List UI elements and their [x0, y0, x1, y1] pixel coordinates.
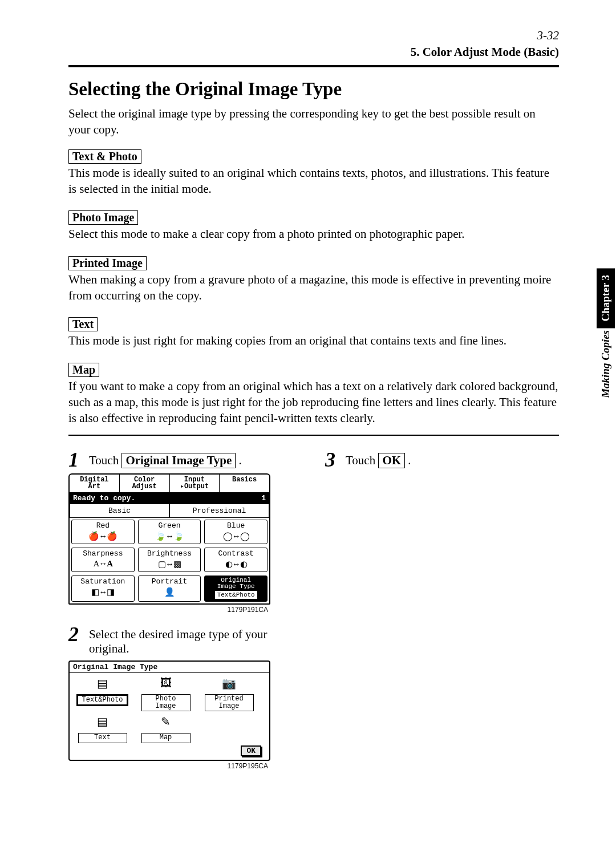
cell-green[interactable]: Green 🍃↔🍃 — [138, 520, 201, 544]
side-tab: Chapter 3 Making Copies — [595, 268, 616, 406]
step-3-text: Touch OK . — [346, 449, 411, 468]
text-photo-icon: ▤ — [75, 676, 129, 692]
mode-label-printed-image: Printed Image — [68, 256, 147, 270]
opt-text-and-photo[interactable]: ▤ Text&Photo — [75, 676, 129, 711]
cell-blue-label: Blue — [205, 521, 267, 530]
intro-text: Select the original image type by pressi… — [68, 106, 559, 138]
cell-original-image-type-value: Text&Photo — [215, 591, 257, 599]
panel2-title: Original Image Type — [70, 662, 269, 673]
cell-original-image-type[interactable]: Original Image Type Text&Photo — [204, 576, 268, 602]
step-number-2: 2 — [68, 624, 83, 645]
mode-label-text: Text — [68, 317, 98, 331]
cell-portrait[interactable]: Portrait 👤 — [138, 576, 201, 602]
opt-photo-image[interactable]: 🖼 Photo Image — [139, 676, 193, 711]
cell-contrast[interactable]: Contrast ◐↔◐ — [204, 548, 268, 572]
cell-contrast-label: Contrast — [205, 549, 267, 558]
contrast-icon: ◐↔◐ — [205, 559, 267, 569]
opt-text-and-photo-label: Text&Photo — [76, 694, 128, 706]
step-1-prefix: Touch — [89, 453, 121, 467]
ok-key[interactable]: OK — [378, 453, 405, 468]
cell-brightness-label: Brightness — [139, 549, 201, 558]
opt-text-label: Text — [78, 733, 127, 743]
step-1-text: Touch Original Image Type . — [89, 449, 242, 468]
original-image-type-key[interactable]: Original Image Type — [121, 453, 236, 468]
blue-icon: ◯↔◯ — [205, 531, 267, 541]
cell-saturation[interactable]: Saturation ◧↔◨ — [71, 576, 135, 602]
subtab-basic[interactable]: Basic — [70, 504, 169, 518]
opt-photo-image-label: Photo Image — [141, 694, 191, 711]
subtab-professional[interactable]: Professional — [169, 504, 269, 518]
step-3-suffix: . — [408, 453, 411, 467]
cell-saturation-label: Saturation — [72, 577, 134, 586]
status-text: Ready to copy. — [73, 494, 135, 502]
tab-digital-art[interactable]: Digital Art — [70, 475, 120, 492]
mode-desc-photo-image: Select this mode to make a clear copy fr… — [68, 226, 559, 242]
opt-text[interactable]: ▤ Text — [75, 715, 129, 743]
cell-red[interactable]: Red 🍎↔🍎 — [71, 520, 135, 544]
red-icon: 🍎↔🍎 — [72, 531, 134, 541]
section-header: 5. Color Adjust Mode (Basic) — [68, 45, 559, 59]
cell-original-image-type-label: Original Image Type — [205, 577, 267, 590]
making-copies-tab: Making Copies — [596, 330, 615, 404]
sharpness-icon: A↔A — [72, 559, 134, 569]
opt-printed-image[interactable]: 📷 Printed Image — [202, 676, 256, 711]
tab-color-adjust[interactable]: Color Adjust — [120, 475, 170, 492]
green-icon: 🍃↔🍃 — [139, 531, 201, 541]
cell-brightness[interactable]: Brightness ▢↔▩ — [138, 548, 201, 572]
photo-image-icon: 🖼 — [139, 676, 193, 692]
opt-map[interactable]: ✎ Map — [139, 715, 193, 743]
image-code-1: 1179P191CA — [68, 606, 268, 614]
step-number-3: 3 — [325, 449, 340, 470]
image-code-2: 1179P195CA — [68, 762, 268, 770]
mode-label-photo-image: Photo Image — [68, 210, 138, 225]
cell-portrait-label: Portrait — [139, 577, 201, 586]
step-number-1: 1 — [68, 449, 83, 470]
brightness-icon: ▢↔▩ — [139, 559, 201, 569]
original-image-type-panel: Original Image Type ▤ Text&Photo 🖼 Photo… — [68, 660, 270, 761]
page-number: 3-32 — [68, 29, 559, 43]
saturation-icon: ◧↔◨ — [72, 587, 134, 597]
portrait-icon: 👤 — [139, 587, 201, 597]
opt-map-label: Map — [141, 733, 191, 743]
chapter-tab: Chapter 3 — [597, 268, 615, 328]
divider — [68, 65, 559, 67]
page-title: Selecting the Original Image Type — [68, 79, 559, 100]
cell-sharpness-label: Sharpness — [72, 549, 134, 558]
mode-desc-text-photo: This mode is ideally suited to an origin… — [68, 165, 559, 197]
color-adjust-panel: Digital Art Color Adjust Input ▸Output B… — [68, 473, 270, 605]
mode-label-text-photo: Text & Photo — [68, 149, 141, 164]
mode-desc-printed-image: When making a copy from a gravure photo … — [68, 271, 559, 304]
ok-button[interactable]: OK — [241, 745, 261, 756]
opt-printed-image-label: Printed Image — [205, 694, 254, 711]
tab-input-output[interactable]: Input ▸Output — [170, 475, 220, 492]
mode-label-map: Map — [68, 363, 99, 377]
cell-blue[interactable]: Blue ◯↔◯ — [204, 520, 268, 544]
step-2-text: Select the desired image type of your or… — [89, 624, 302, 656]
divider — [68, 435, 559, 436]
cell-red-label: Red — [72, 521, 134, 530]
tab-basics[interactable]: Basics — [220, 475, 269, 492]
cell-green-label: Green — [139, 521, 201, 530]
printed-image-icon: 📷 — [202, 676, 256, 692]
text-icon: ▤ — [75, 715, 129, 731]
cell-sharpness[interactable]: Sharpness A↔A — [71, 548, 135, 572]
step-3-prefix: Touch — [346, 453, 378, 467]
map-icon: ✎ — [139, 715, 193, 731]
step-1-suffix: . — [239, 453, 242, 467]
mode-desc-text: This mode is just right for making copie… — [68, 333, 559, 348]
copy-count: 1 — [261, 494, 266, 502]
mode-desc-map: If you want to make a copy from an origi… — [68, 378, 559, 427]
